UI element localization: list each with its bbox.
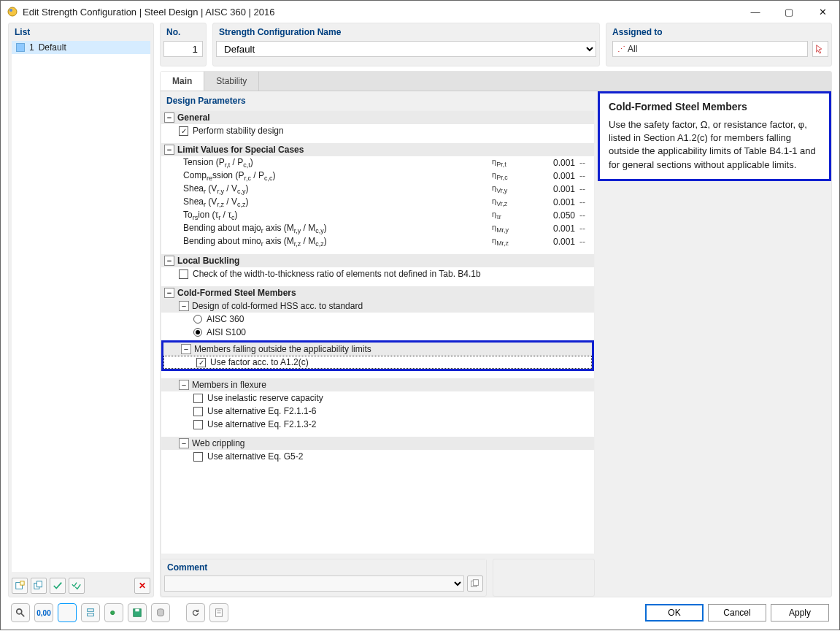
help-title: Cold-Formed Steel Members <box>609 101 820 112</box>
check-button[interactable] <box>50 578 66 594</box>
pick-objects-button[interactable] <box>812 41 828 57</box>
checkbox[interactable] <box>193 407 203 416</box>
limit-label: Bending about major axis (Mr,y / Mc,y) <box>179 223 492 234</box>
row-aisi-s100[interactable]: AISI S100 <box>161 326 594 339</box>
comment-input[interactable] <box>164 575 464 592</box>
collapse-icon[interactable]: − <box>164 256 174 266</box>
assigned-header: Assigned to <box>606 23 831 41</box>
collapse-icon[interactable]: − <box>164 112 174 123</box>
limit-label: Torsion (τr / τc) <box>179 210 492 221</box>
link-button[interactable] <box>104 603 123 622</box>
limit-row[interactable]: Bending about major axis (Mr,y / Mc,y)ηM… <box>161 222 594 235</box>
tab-stability[interactable]: Stability <box>204 72 259 91</box>
limit-value[interactable]: 0.001 <box>536 237 579 247</box>
window-title: Edit Strength Configuration | Steel Desi… <box>23 7 274 18</box>
group-local-buckling[interactable]: − Local Buckling <box>161 254 594 267</box>
group-cold-formed[interactable]: − Cold-Formed Steel Members <box>161 286 594 299</box>
checkbox[interactable] <box>193 420 203 429</box>
reset-button[interactable] <box>186 603 205 622</box>
list-header: List <box>9 23 153 41</box>
limit-row[interactable]: Shear (Vr,z / Vc,z)ηVr,z0.001-- <box>161 196 594 209</box>
row-alt-eq-g52[interactable]: Use alternative Eq. G5-2 <box>161 450 594 463</box>
group-general[interactable]: − General <box>161 111 594 124</box>
row-inelastic-reserve[interactable]: Use inelastic reserve capacity <box>161 391 594 405</box>
collapse-icon[interactable]: − <box>164 145 174 155</box>
collapse-icon[interactable]: − <box>179 380 189 390</box>
limit-unit: -- <box>579 197 594 207</box>
number-panel: No. <box>160 23 207 66</box>
database-button[interactable] <box>151 603 170 622</box>
comment-library-button[interactable] <box>467 575 483 592</box>
svg-rect-5 <box>36 581 42 587</box>
subgroup-cold-design[interactable]: − Design of cold-formed HSS acc. to stan… <box>161 299 594 313</box>
number-header: No. <box>161 23 206 41</box>
close-button[interactable]: ✕ <box>806 1 839 23</box>
ok-button[interactable]: OK <box>645 604 704 622</box>
maximize-button[interactable]: ▢ <box>772 1 806 23</box>
svg-point-1 <box>9 9 12 12</box>
row-perform-stability[interactable]: Perform stability design <box>161 124 594 137</box>
limit-value[interactable]: 0.001 <box>536 184 579 194</box>
delete-item-button[interactable]: ✕ <box>134 578 150 594</box>
minimize-button[interactable]: — <box>739 1 772 23</box>
subgroup-web-crippling[interactable]: − Web crippling <box>161 437 594 450</box>
check-all-button[interactable] <box>69 578 85 594</box>
tab-main[interactable]: Main <box>161 72 204 91</box>
limit-symbol: ηPr,t <box>492 157 536 168</box>
display-button[interactable] <box>58 603 77 622</box>
units-button[interactable]: 0,00 <box>34 603 53 622</box>
save-button[interactable] <box>128 603 147 622</box>
limit-row[interactable]: Compression (Pr,c / Pc,c)ηPr,c0.001-- <box>161 169 594 183</box>
checkbox[interactable] <box>196 358 206 367</box>
copy-item-button[interactable] <box>31 578 47 594</box>
limit-value[interactable]: 0.001 <box>536 171 579 181</box>
filter-button[interactable] <box>81 603 100 622</box>
cancel-button[interactable]: Cancel <box>708 604 766 622</box>
number-input[interactable] <box>163 41 203 57</box>
search-button[interactable] <box>11 603 30 622</box>
svg-rect-3 <box>20 581 24 585</box>
group-limit-values[interactable]: − Limit Values for Special Cases <box>161 143 594 156</box>
limit-row[interactable]: Shear (Vr,y / Vc,y)ηVr,y0.001-- <box>161 183 594 196</box>
checkbox[interactable] <box>179 269 188 279</box>
limit-row[interactable]: Torsion (τr / τc)ητr0.050-- <box>161 209 594 222</box>
row-alt-eq-f2116[interactable]: Use alternative Eq. F2.1.1-6 <box>161 405 594 418</box>
limit-row[interactable]: Bending about minor axis (Mr,z / Mc,z)ηM… <box>161 235 594 248</box>
row-aisc-360[interactable]: AISC 360 <box>161 313 594 326</box>
collapse-icon[interactable]: − <box>181 344 191 354</box>
radio[interactable] <box>193 315 202 324</box>
collapse-icon[interactable]: − <box>179 301 189 311</box>
defaults-button[interactable] <box>209 603 228 622</box>
list-toolbar: ✕ <box>9 575 153 597</box>
limit-unit: -- <box>579 184 594 194</box>
name-select[interactable]: Default <box>216 41 596 57</box>
assigned-field[interactable]: ⋰ All <box>612 41 808 57</box>
collapse-icon[interactable]: − <box>164 288 174 298</box>
name-header: Strength Configuration Name <box>213 23 599 41</box>
new-item-button[interactable] <box>12 578 28 594</box>
limit-unit: -- <box>579 223 594 234</box>
limit-row[interactable]: Tension (Pr,t / Pc,t)ηPr,t0.001-- <box>161 156 594 169</box>
row-use-factor-a12c[interactable]: Use factor acc. to A1.2(c) <box>163 356 592 369</box>
row-alt-eq-f2132[interactable]: Use alternative Eq. F2.1.3-2 <box>161 418 594 431</box>
radio[interactable] <box>193 328 202 337</box>
comment-panel: Comment <box>161 559 595 597</box>
limit-value[interactable]: 0.001 <box>536 158 579 168</box>
limit-unit: -- <box>579 237 594 247</box>
apply-button[interactable]: Apply <box>771 604 829 622</box>
limit-value[interactable]: 0.050 <box>536 210 579 221</box>
limit-symbol: ηVr,y <box>492 183 536 194</box>
params-grid[interactable]: − General Perform stability design − <box>161 110 595 554</box>
subgroup-flexure[interactable]: − Members in flexure <box>161 378 594 391</box>
help-body: Use the safety factor, Ω, or resistance … <box>609 118 820 172</box>
limit-value[interactable]: 0.001 <box>536 223 579 234</box>
list-item[interactable]: 1 Default <box>12 41 150 54</box>
checkbox[interactable] <box>193 394 203 403</box>
checkbox[interactable] <box>193 452 203 462</box>
collapse-icon[interactable]: − <box>179 438 189 448</box>
list-tree[interactable]: 1 Default <box>12 41 150 572</box>
limit-value[interactable]: 0.001 <box>536 197 579 207</box>
row-local-buckling-check[interactable]: Check of the width-to-thickness ratio of… <box>161 267 594 280</box>
subgroup-outside-limits[interactable]: − Members falling outside the applicabil… <box>163 343 592 356</box>
checkbox[interactable] <box>179 126 188 136</box>
